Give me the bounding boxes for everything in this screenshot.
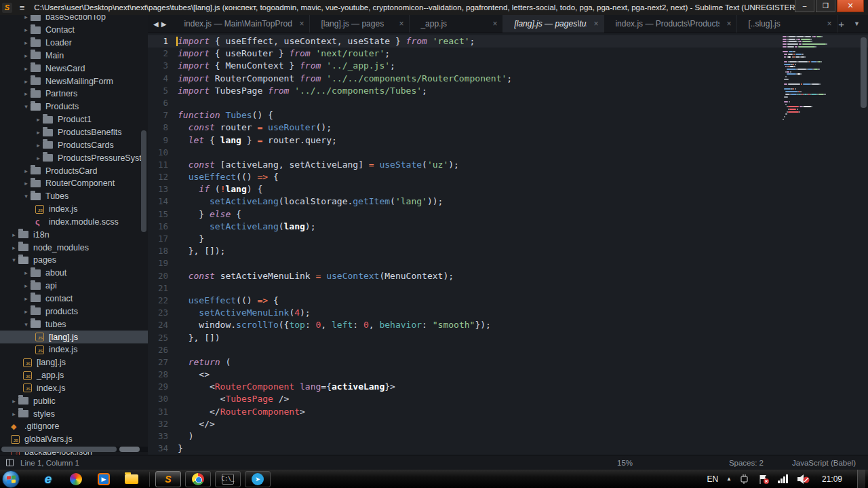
- code-line-3[interactable]: 3import { MenuContext } from '../_app.js…: [148, 60, 868, 72]
- tab-back-icon[interactable]: ◀: [153, 20, 159, 28]
- minimize-button[interactable]: –: [795, 0, 814, 12]
- close-icon[interactable]: ×: [492, 19, 497, 29]
- code-line-29[interactable]: 29 <RouterComponent lang={activeLang}>: [148, 381, 868, 393]
- sublime-text-taskbar-button[interactable]: S: [155, 471, 181, 487]
- code-line-15[interactable]: 15 } else {: [148, 208, 868, 221]
- action-center-flag-icon[interactable]: [759, 474, 770, 484]
- chevron-right-icon[interactable]: ▸: [22, 39, 31, 46]
- minimap[interactable]: [783, 35, 827, 123]
- chevron-down-icon[interactable]: ▾: [22, 103, 31, 110]
- tree-folder-partners[interactable]: ▸Partners: [0, 88, 148, 100]
- maximize-button[interactable]: ❐: [816, 0, 835, 12]
- code-line-30[interactable]: 30 <TubesPage />: [148, 393, 868, 405]
- network-signal-icon[interactable]: [778, 474, 789, 483]
- tree-file--lang-js[interactable]: JS[lang].js: [0, 356, 148, 369]
- chevron-right-icon[interactable]: ▸: [22, 180, 31, 187]
- windows-explorer-icon[interactable]: [123, 471, 140, 487]
- code-line-25[interactable]: 25 }, []): [148, 332, 868, 344]
- code-line-17[interactable]: 17 }: [148, 233, 868, 245]
- code-line-31[interactable]: 31 </RouterComponent>: [148, 406, 868, 418]
- code-line-7[interactable]: 7function Tubes() {: [148, 109, 868, 121]
- chevron-right-icon[interactable]: ▸: [9, 398, 18, 405]
- chevron-right-icon[interactable]: ▸: [22, 65, 31, 72]
- chevron-right-icon[interactable]: ▸: [22, 168, 31, 174]
- tree-folder-productscards[interactable]: ▸ProductsCards: [0, 138, 148, 151]
- tree-folder-product1[interactable]: ▸Product1: [0, 113, 148, 126]
- code-line-28[interactable]: 28 <>: [148, 369, 868, 381]
- tree-folder-newsmailingform[interactable]: ▸NewsMailingForm: [0, 75, 148, 88]
- tree-file-globalvars-js[interactable]: JSglobalVars.js: [0, 433, 148, 446]
- tree-file--gitignore[interactable]: ◆.gitignore: [0, 420, 148, 433]
- tab--slug-js[interactable]: [..slug].js×: [737, 15, 837, 33]
- tab-forward-icon[interactable]: ▶: [161, 20, 167, 28]
- chevron-right-icon[interactable]: ▸: [34, 129, 43, 136]
- start-button[interactable]: [2, 470, 20, 488]
- syntax-setting[interactable]: JavaScript (Babel): [792, 459, 856, 467]
- tree-folder-productsbenefits[interactable]: ▸ProductsBenefits: [0, 126, 148, 139]
- tree-folder-productscard[interactable]: ▸ProductsCard: [0, 164, 148, 177]
- chevron-right-icon[interactable]: ▸: [22, 52, 31, 59]
- code-line-8[interactable]: 8 const router = useRouter();: [148, 121, 868, 134]
- internet-explorer-icon[interactable]: e: [40, 471, 56, 487]
- code-line-12[interactable]: 12 useEffect(() => {: [148, 171, 868, 183]
- editor-vertical-scrollbar[interactable]: [861, 37, 867, 108]
- chevron-right-icon[interactable]: ▸: [22, 15, 31, 20]
- tab-index-js-products-productscards[interactable]: index.js — Products\ProductsCards×: [604, 15, 737, 33]
- close-icon[interactable]: ×: [726, 19, 731, 29]
- tree-file-index-js[interactable]: JSindex.js: [0, 381, 148, 394]
- code-line-32[interactable]: 32 </>: [148, 418, 868, 430]
- code-line-22[interactable]: 22 useEffect(() => {: [148, 295, 868, 307]
- tree-folder-products[interactable]: ▾Products: [0, 100, 148, 113]
- code-line-34[interactable]: 34}: [148, 443, 868, 455]
- tree-folder-tubes[interactable]: ▾tubes: [0, 318, 148, 331]
- hidden-icons-arrow[interactable]: ▲: [726, 476, 732, 482]
- tree-folder-styles[interactable]: ▸styles: [0, 407, 148, 420]
- tree-file-index-js[interactable]: JSindex.js: [0, 343, 148, 356]
- show-desktop-button[interactable]: [857, 470, 865, 488]
- code-line-16[interactable]: 16 setActiveLang(lang);: [148, 221, 868, 233]
- chevron-down-icon[interactable]: ▾: [9, 257, 18, 263]
- code-line-14[interactable]: 14 setActiveLang(localStorage.getItem('l…: [148, 195, 868, 208]
- chevron-right-icon[interactable]: ▸: [9, 411, 18, 417]
- chevron-right-icon[interactable]: ▸: [22, 282, 31, 289]
- close-icon[interactable]: ×: [593, 19, 598, 29]
- media-player-icon[interactable]: ▶: [96, 471, 112, 487]
- tree-folder-contact[interactable]: ▸Contact: [0, 24, 148, 37]
- code-line-1[interactable]: 1import { useEffect, useContext, useStat…: [148, 35, 868, 48]
- sidebar-vertical-scrollbar[interactable]: [141, 130, 146, 232]
- scrollbar-handle[interactable]: [1, 447, 117, 452]
- chevron-right-icon[interactable]: ▸: [9, 244, 18, 251]
- taskbar-clock[interactable]: 21:09: [822, 474, 842, 484]
- tree-folder-about[interactable]: ▸about: [0, 267, 148, 280]
- tab--lang-js-pages[interactable]: [lang].js — pages×: [310, 15, 410, 33]
- code-line-20[interactable]: 20 const setActiveMenuLink = useContext(…: [148, 270, 868, 282]
- new-tab-button[interactable]: +: [838, 18, 844, 30]
- code-line-23[interactable]: 23 setActiveMenuLink(4);: [148, 307, 868, 319]
- tree-folder-api[interactable]: ▸api: [0, 280, 148, 293]
- chevron-down-icon[interactable]: ▾: [22, 193, 31, 200]
- tree-folder-public[interactable]: ▸public: [0, 394, 148, 407]
- chevron-right-icon[interactable]: ▸: [34, 142, 43, 149]
- tree-folder-loader[interactable]: ▸Loader: [0, 37, 148, 50]
- code-line-11[interactable]: 11 const [activeLang, setActiveLang] = u…: [148, 159, 868, 171]
- tree-folder-basesectiontop[interactable]: ▸baseSectionTop: [0, 15, 148, 24]
- tab-index-js-main-maintopproducts[interactable]: index.js — Main\MainTopProducts×: [173, 15, 310, 33]
- tab--app-js[interactable]: _app.js×: [410, 15, 503, 33]
- tree-folder-main[interactable]: ▸Main: [0, 50, 148, 62]
- tree-file--app-js[interactable]: JS_app.js: [0, 369, 148, 382]
- layout-icon[interactable]: [6, 459, 14, 466]
- tree-folder-tubes[interactable]: ▾Tubes: [0, 190, 148, 203]
- code-line-18[interactable]: 18 }, []);: [148, 245, 868, 257]
- tree-folder-pages[interactable]: ▾pages: [0, 254, 148, 267]
- color-sphere-app-icon[interactable]: [68, 471, 84, 487]
- code-line-21[interactable]: 21: [148, 282, 868, 295]
- chevron-right-icon[interactable]: ▸: [22, 308, 31, 315]
- code-editor[interactable]: 1import { useEffect, useContext, useStat…: [148, 33, 868, 455]
- tree-folder-node-modules[interactable]: ▸node_modules: [0, 241, 148, 254]
- tree-file-index-js[interactable]: JSindex.js: [0, 203, 148, 216]
- code-line-9[interactable]: 9 let { lang } = router.query;: [148, 134, 868, 147]
- menu-burger-icon[interactable]: ≡: [20, 3, 25, 13]
- chevron-right-icon[interactable]: ▸: [9, 231, 18, 238]
- tree-file-index-module-scss[interactable]: ςindex.module.scss: [0, 216, 148, 229]
- tab--lang-js-pages-tubes[interactable]: [lang].js — pages\tubes×: [503, 15, 604, 33]
